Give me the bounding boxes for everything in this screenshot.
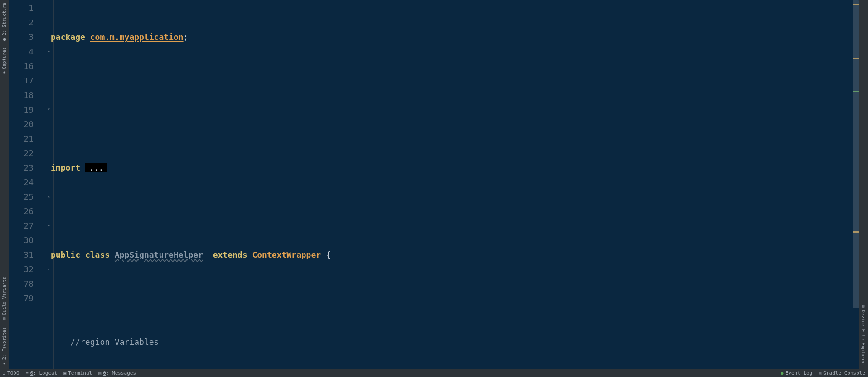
line-number: 22	[9, 146, 44, 161]
line-number: 21	[9, 132, 44, 146]
line-number: 24	[9, 175, 44, 190]
device-explorer-icon: ▤	[861, 304, 866, 308]
line-number: 23	[9, 161, 44, 175]
tool-device-file-explorer[interactable]: ▤ Device File Explorer	[859, 301, 867, 367]
code-editor[interactable]: 1 2 3 4 16 17 18 19 20 21 22 23 24 25 26…	[9, 0, 859, 369]
structure-icon: ⬢	[2, 37, 7, 42]
code-line: public class AppSignatureHelper extends …	[51, 248, 859, 262]
code-line	[51, 73, 859, 88]
status-logcat[interactable]: ≡ 6: Logcat	[26, 370, 58, 376]
code-line: package com.m.myapplication;	[51, 30, 859, 44]
logcat-icon: ≡	[26, 371, 29, 376]
line-number: 25	[9, 190, 44, 204]
line-number: 32	[9, 262, 44, 277]
line-number: 27	[9, 219, 44, 233]
line-number: 20	[9, 117, 44, 132]
line-number: 19	[9, 103, 44, 117]
code-line	[51, 204, 859, 219]
terminal-icon: ▣	[63, 371, 66, 376]
left-tool-sidebar: ⬢ 2: Structure ◉ Captures ▤ Build Varian…	[0, 0, 9, 369]
gradle-console-icon: ▤	[819, 371, 821, 376]
line-number: 78	[9, 277, 44, 291]
build-variants-icon: ▤	[2, 317, 7, 322]
status-terminal[interactable]: ▣ Terminal	[63, 370, 92, 376]
line-number-gutter: 1 2 3 4 16 17 18 19 20 21 22 23 24 25 26…	[9, 0, 44, 369]
todo-icon: ⊞	[3, 371, 5, 376]
tool-captures[interactable]: ◉ Captures	[0, 44, 9, 78]
code-line	[51, 117, 859, 132]
code-line	[51, 291, 859, 306]
status-bar: ⊞ TODO ≡ 6: Logcat ▣ Terminal ▤ 0: Messa…	[0, 369, 868, 377]
line-number: 2	[9, 15, 44, 30]
line-number: 16	[9, 59, 44, 73]
captures-icon: ◉	[2, 71, 7, 75]
event-log-icon: ●	[781, 371, 784, 376]
line-number: 17	[9, 73, 44, 88]
line-number: 26	[9, 204, 44, 219]
line-number: 30	[9, 233, 44, 248]
code-line: //region Variables	[51, 335, 859, 349]
code-content[interactable]: package com.m.myapplication; import ... …	[44, 0, 859, 369]
line-number: 31	[9, 248, 44, 262]
line-number: 3	[9, 30, 44, 44]
scroll-thumb[interactable]	[853, 0, 859, 308]
status-event-log[interactable]: ● Event Log	[781, 370, 813, 376]
line-number: 4	[9, 44, 44, 59]
tool-favorites[interactable]: ★ 2: Favorites	[0, 324, 9, 369]
favorites-icon: ★	[2, 362, 7, 366]
right-tool-sidebar: ▤ Device File Explorer	[859, 0, 868, 369]
line-number: 79	[9, 291, 44, 306]
folded-imports[interactable]: ...	[85, 163, 107, 172]
code-line: import ...	[51, 161, 859, 175]
status-gradle-console[interactable]: ▤ Gradle Console	[819, 370, 865, 376]
messages-icon: ▤	[98, 371, 101, 376]
tool-build-variants[interactable]: ▤ Build Variants	[0, 274, 9, 324]
line-number: 1	[9, 1, 44, 15]
line-number: 18	[9, 88, 44, 103]
editor-scrollbar[interactable]	[853, 0, 859, 369]
tool-structure[interactable]: ⬢ 2: Structure	[0, 0, 9, 44]
status-todo[interactable]: ⊞ TODO	[3, 370, 19, 376]
status-messages[interactable]: ▤ 0: Messages	[98, 370, 136, 376]
